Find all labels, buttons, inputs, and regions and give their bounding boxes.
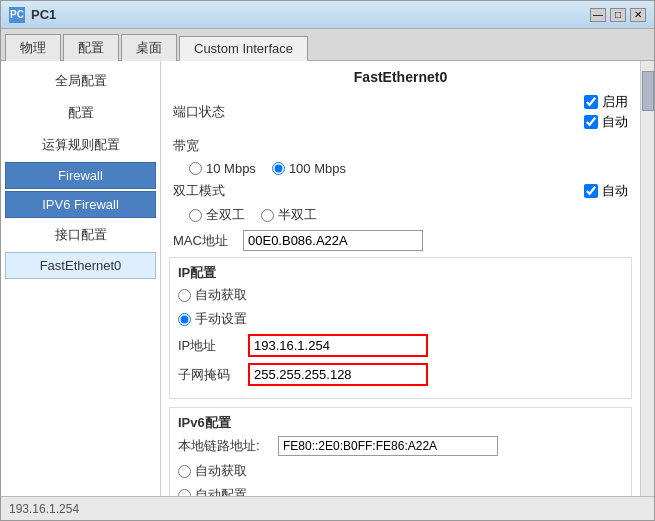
sidebar-item-ipv6fw[interactable]: IPV6 Firewall bbox=[5, 191, 156, 218]
ipv6-local-row: 本地链路地址: bbox=[178, 436, 623, 456]
full-duplex-option[interactable]: 全双工 bbox=[189, 206, 245, 224]
bandwidth-options-row: 10 Mbps 100 Mbps bbox=[169, 161, 632, 176]
tab-peizhi[interactable]: 配置 bbox=[63, 34, 119, 61]
half-duplex-option[interactable]: 半双工 bbox=[261, 206, 317, 224]
ipv6-autoconfig-row: 自动配置 bbox=[178, 486, 623, 496]
bandwidth-label-row: 带宽 bbox=[169, 137, 632, 155]
bw-100-option[interactable]: 100 Mbps bbox=[272, 161, 346, 176]
sidebar-item-peizhi[interactable]: 配置 bbox=[5, 98, 156, 128]
ip-auto-label: 自动获取 bbox=[195, 286, 247, 304]
half-duplex-label: 半双工 bbox=[278, 206, 317, 224]
duplex-auto-label: 自动 bbox=[602, 182, 628, 200]
minimize-button[interactable]: — bbox=[590, 8, 606, 22]
ip-manual-label: 手动设置 bbox=[195, 310, 247, 328]
ipv6-autoconfig-label: 自动配置 bbox=[195, 486, 247, 496]
ipv6-auto-option[interactable]: 自动获取 bbox=[178, 462, 247, 480]
panel-title: FastEthernet0 bbox=[169, 69, 632, 85]
ip-manual-option[interactable]: 手动设置 bbox=[178, 310, 247, 328]
tab-zhuomian[interactable]: 桌面 bbox=[121, 34, 177, 61]
ip-addr-row: IP地址 bbox=[178, 334, 623, 357]
subnet-row: 子网掩码 bbox=[178, 363, 623, 386]
ip-addr-input[interactable] bbox=[248, 334, 428, 357]
ip-config-title: IP配置 bbox=[178, 264, 623, 282]
full-duplex-label: 全双工 bbox=[206, 206, 245, 224]
ipv6-local-input[interactable] bbox=[278, 436, 498, 456]
port-status-checkboxes: 启用 自动 bbox=[584, 93, 628, 131]
ipv6-config-section: IPv6配置 本地链路地址: 自动获取 自动配 bbox=[169, 407, 632, 496]
ip-auto-radio[interactable] bbox=[178, 289, 191, 302]
ipv6-auto-row: 自动获取 bbox=[178, 462, 623, 480]
ip-manual-row: 手动设置 bbox=[178, 310, 623, 328]
auto-label: 自动 bbox=[602, 113, 628, 131]
content-area: FastEthernet0 端口状态 启用 自动 bbox=[161, 61, 654, 496]
duplex-options-row: 全双工 半双工 bbox=[169, 206, 632, 224]
mac-label: MAC地址 bbox=[173, 232, 243, 250]
scrollbar[interactable] bbox=[640, 61, 654, 496]
ipv6-autoconfig-option[interactable]: 自动配置 bbox=[178, 486, 247, 496]
duplex-label: 双工模式 bbox=[173, 182, 243, 200]
ipv6-auto-label: 自动获取 bbox=[195, 462, 247, 480]
app-icon: PC bbox=[9, 7, 25, 23]
sidebar-item-quanju[interactable]: 全局配置 bbox=[5, 66, 156, 96]
enabled-checkbox-row: 启用 bbox=[584, 93, 628, 111]
port-status-label: 端口状态 bbox=[173, 103, 243, 121]
bandwidth-label: 带宽 bbox=[173, 137, 243, 155]
sidebar-item-fasteth0[interactable]: FastEthernet0 bbox=[5, 252, 156, 279]
app-icon-text: PC bbox=[10, 9, 24, 20]
bw-10-radio[interactable] bbox=[189, 162, 202, 175]
ip-addr-label: IP地址 bbox=[178, 337, 248, 355]
ipv6-config-title: IPv6配置 bbox=[178, 414, 623, 432]
title-bar: PC PC1 — □ ✕ bbox=[1, 1, 654, 29]
full-duplex-radio[interactable] bbox=[189, 209, 202, 222]
bw-100-radio[interactable] bbox=[272, 162, 285, 175]
half-duplex-radio[interactable] bbox=[261, 209, 274, 222]
duplex-auto-row: 自动 bbox=[584, 182, 628, 200]
auto-checkbox-row: 自动 bbox=[584, 113, 628, 131]
tab-wuli[interactable]: 物理 bbox=[5, 34, 61, 61]
port-status-row: 端口状态 启用 自动 bbox=[169, 93, 632, 131]
ipv6-auto-radio[interactable] bbox=[178, 465, 191, 478]
content-panel: FastEthernet0 端口状态 启用 自动 bbox=[161, 61, 640, 496]
main-window: PC PC1 — □ ✕ 物理 配置 桌面 Custom Interface 全… bbox=[0, 0, 655, 521]
bw-100-label: 100 Mbps bbox=[289, 161, 346, 176]
subnet-input[interactable] bbox=[248, 363, 428, 386]
bw-10-option[interactable]: 10 Mbps bbox=[189, 161, 256, 176]
mac-row: MAC地址 bbox=[169, 230, 632, 251]
ipv6-autoconfig-radio[interactable] bbox=[178, 489, 191, 497]
window-controls: — □ ✕ bbox=[590, 8, 646, 22]
tab-bar: 物理 配置 桌面 Custom Interface bbox=[1, 29, 654, 61]
maximize-button[interactable]: □ bbox=[610, 8, 626, 22]
bottom-text: 193.16.1.254 bbox=[9, 502, 79, 516]
bottom-bar: 193.16.1.254 bbox=[1, 496, 654, 520]
bw-10-label: 10 Mbps bbox=[206, 161, 256, 176]
ip-auto-row: 自动获取 bbox=[178, 286, 623, 304]
enabled-label: 启用 bbox=[602, 93, 628, 111]
window-title: PC1 bbox=[31, 7, 590, 22]
duplex-label-row: 双工模式 自动 bbox=[169, 182, 632, 200]
close-button[interactable]: ✕ bbox=[630, 8, 646, 22]
main-content: 全局配置 配置 运算规则配置 Firewall IPV6 Firewall 接口… bbox=[1, 61, 654, 496]
sidebar-item-firewall[interactable]: Firewall bbox=[5, 162, 156, 189]
auto-checkbox[interactable] bbox=[584, 115, 598, 129]
duplex-auto-checkbox[interactable] bbox=[584, 184, 598, 198]
mac-input[interactable] bbox=[243, 230, 423, 251]
sidebar: 全局配置 配置 运算规则配置 Firewall IPV6 Firewall 接口… bbox=[1, 61, 161, 496]
tab-custom[interactable]: Custom Interface bbox=[179, 36, 308, 61]
ipv6-local-label: 本地链路地址: bbox=[178, 437, 278, 455]
sidebar-item-jiekou[interactable]: 接口配置 bbox=[5, 220, 156, 250]
subnet-label: 子网掩码 bbox=[178, 366, 248, 384]
ip-auto-option[interactable]: 自动获取 bbox=[178, 286, 247, 304]
ip-manual-radio[interactable] bbox=[178, 313, 191, 326]
sidebar-item-yunsuan[interactable]: 运算规则配置 bbox=[5, 130, 156, 160]
scrollbar-thumb[interactable] bbox=[642, 71, 654, 111]
ip-config-section: IP配置 自动获取 手动设置 IP地址 bbox=[169, 257, 632, 399]
enabled-checkbox[interactable] bbox=[584, 95, 598, 109]
